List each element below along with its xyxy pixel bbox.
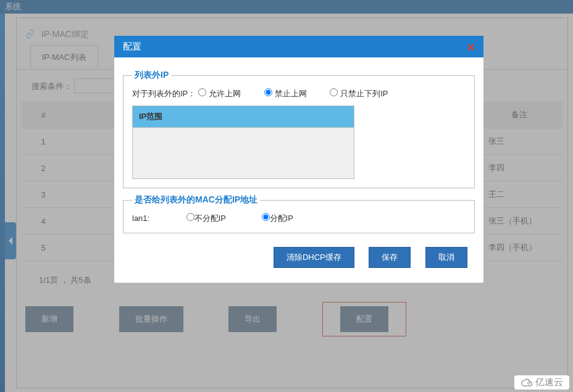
opt-alloc[interactable]: 分配IP — [262, 214, 293, 223]
svg-point-0 — [528, 382, 530, 384]
radio-onlydeny[interactable] — [330, 88, 338, 96]
external-ip-prompt: 对于列表外的IP： — [132, 89, 196, 98]
radio-allow[interactable] — [198, 88, 206, 96]
dialog-body: 列表外IP 对于列表外的IP： 允许上网 禁止上网 只禁止下列IP IP范围 是… — [114, 57, 483, 283]
dialog-title: 配置 — [123, 41, 141, 51]
modal-overlay: 配置 × 列表外IP 对于列表外的IP： 允许上网 禁止上网 只禁止下列IP I… — [0, 0, 573, 392]
cloud-icon — [521, 378, 533, 388]
save-button[interactable]: 保存 — [369, 247, 411, 268]
radio-noalloc[interactable] — [186, 213, 194, 221]
watermark-text: 亿速云 — [535, 377, 563, 387]
lan-row: lan1: 不分配IP 分配IP — [132, 213, 466, 224]
dialog-buttons: 清除DHCP缓存 保存 取消 — [123, 236, 475, 270]
opt-allow[interactable]: 允许上网 — [198, 89, 241, 98]
radio-deny[interactable] — [264, 88, 272, 96]
watermark: 亿速云 — [514, 375, 569, 390]
close-icon[interactable]: × — [467, 40, 475, 56]
clear-dhcp-button[interactable]: 清除DHCP缓存 — [274, 247, 354, 268]
fieldset-mac-alloc: 是否给列表外的MAC分配IP地址 lan1: 不分配IP 分配IP — [123, 194, 475, 233]
lan-label: lan1: — [132, 214, 169, 223]
config-dialog: 配置 × 列表外IP 对于列表外的IP： 允许上网 禁止上网 只禁止下列IP I… — [114, 36, 483, 283]
ip-range-header: IP范围 — [132, 106, 354, 127]
opt-deny[interactable]: 禁止上网 — [264, 89, 307, 98]
ip-range-box[interactable] — [132, 127, 354, 179]
legend-mac-alloc: 是否给列表外的MAC分配IP地址 — [132, 194, 260, 206]
opt-onlydeny[interactable]: 只禁止下列IP — [330, 89, 388, 98]
legend-external-ip: 列表外IP — [132, 70, 171, 81]
cancel-button[interactable]: 取消 — [425, 247, 467, 268]
fieldset-external-ip: 列表外IP 对于列表外的IP： 允许上网 禁止上网 只禁止下列IP IP范围 — [123, 70, 475, 188]
radio-alloc[interactable] — [262, 213, 270, 221]
opt-noalloc[interactable]: 不分配IP — [186, 214, 226, 223]
dialog-header: 配置 × — [114, 36, 483, 57]
external-ip-options: 对于列表外的IP： 允许上网 禁止上网 只禁止下列IP — [132, 88, 466, 99]
